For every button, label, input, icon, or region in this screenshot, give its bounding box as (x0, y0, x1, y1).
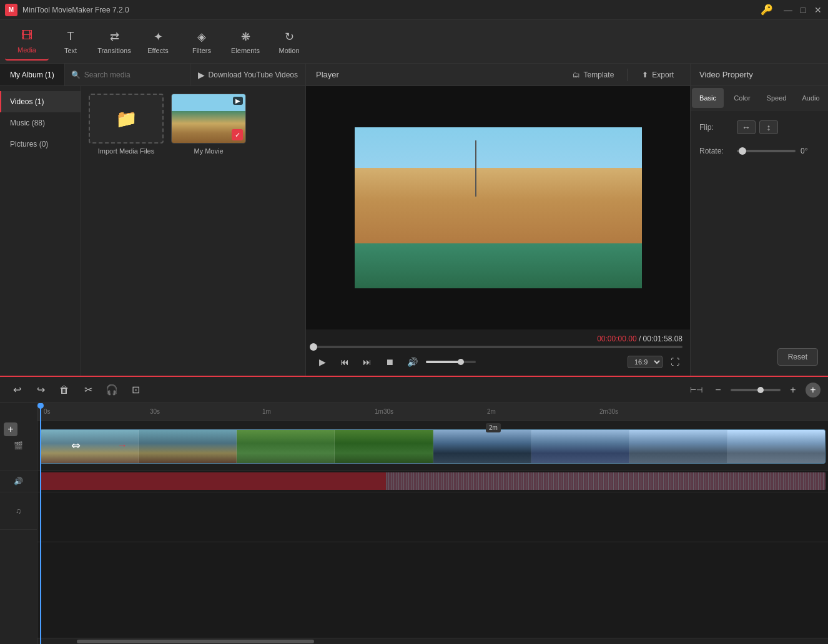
close-button[interactable]: ✕ (813, 5, 823, 15)
stop-button[interactable]: ⏹ (381, 353, 398, 371)
timeline-toolbar: ↩ ↪ 🗑 ✂ 🎧 ⊡ ⊢⊣ − + + (0, 377, 828, 403)
search-media-input[interactable] (84, 71, 184, 79)
crop-button[interactable]: ⊡ (126, 381, 145, 399)
tab-audio[interactable]: Audio (795, 88, 827, 108)
toolbar-filters[interactable]: ◈ Filters (180, 23, 224, 61)
redo-button[interactable]: ↪ (31, 381, 50, 399)
zoom-slider[interactable] (731, 389, 781, 391)
delete-button[interactable]: 🗑 (55, 381, 74, 399)
split-button[interactable]: ⊢⊣ (687, 381, 706, 399)
toolbar-motion[interactable]: ↻ Motion (267, 23, 311, 61)
scrollbar-thumb[interactable] (77, 640, 314, 643)
tab-color[interactable]: Color (726, 88, 758, 108)
audio-waveform (40, 472, 826, 490)
toolbar-transitions[interactable]: ⇄ Transitions (92, 23, 136, 61)
track-labels: + 🎬 🔊 ♫ (0, 403, 37, 644)
progress-bar[interactable] (313, 346, 683, 348)
tab-speed-label: Speed (767, 94, 787, 102)
tab-speed[interactable]: Speed (761, 88, 792, 108)
fullscreen-button[interactable]: ⛶ (668, 354, 683, 369)
video-preview (355, 127, 642, 288)
thumb-8 (727, 430, 825, 463)
reset-wrapper: Reset (777, 348, 818, 366)
media-grid: 📁 Import Media Files ▶ ✓ (81, 86, 305, 376)
progress-handle[interactable] (310, 343, 317, 351)
timeline-scrollbar[interactable] (37, 638, 828, 644)
add-to-timeline-button[interactable]: + (4, 422, 17, 436)
elements-icon: ❋ (238, 29, 253, 44)
search-icon: 🔍 (71, 71, 81, 79)
video-clip[interactable] (40, 429, 826, 464)
category-videos-label: Videos (1) (10, 97, 44, 106)
tab-audio-label: Audio (802, 94, 819, 102)
category-videos[interactable]: Videos (1) (0, 91, 81, 112)
zoom-out-button[interactable]: − (711, 383, 726, 398)
app-layout: M MiniTool MovieMaker Free 7.2.0 🔑 — □ ✕… (0, 0, 828, 644)
maximize-button[interactable]: □ (798, 5, 808, 15)
time-total: 00:01:58.08 (643, 334, 683, 343)
ruler-0: 0s (44, 408, 51, 415)
download-label: Download YouTube Videos (209, 71, 298, 79)
volume-bar[interactable] (426, 361, 476, 363)
toolbar-elements[interactable]: ❋ Elements (224, 23, 267, 61)
music-track-label: ♫ (0, 492, 37, 530)
toolbar-text-label: Text (64, 47, 77, 54)
library-header: My Album (1) 🔍 ▶ Download YouTube Videos (0, 64, 305, 86)
toolbar-effects[interactable]: ✦ Effects (136, 23, 180, 61)
audio-detach-button[interactable]: 🎧 (102, 381, 121, 399)
my-album-tab[interactable]: My Album (1) (0, 64, 65, 85)
add-track-button[interactable]: + (806, 383, 821, 398)
left-panel: My Album (1) 🔍 ▶ Download YouTube Videos… (0, 64, 306, 376)
rotate-value: 0° (801, 147, 819, 155)
title-text: MiniTool MovieMaker Free 7.2.0 (22, 6, 756, 14)
aspect-ratio-select[interactable]: 16:9 4:3 1:1 (628, 356, 663, 368)
video-area: › (306, 86, 690, 329)
middle-section: My Album (1) 🔍 ▶ Download YouTube Videos… (0, 64, 828, 376)
next-frame-button[interactable]: ⏭ (358, 353, 376, 371)
template-button[interactable]: 🗂 Template (566, 68, 621, 82)
category-music[interactable]: Music (88) (0, 112, 81, 134)
export-button[interactable]: ⬆ Export (636, 68, 680, 82)
right-panel: Video Property Basic Color Speed Audio (691, 64, 828, 376)
music-track (37, 492, 828, 542)
cut-button[interactable]: ✂ (79, 381, 97, 399)
toolbar-motion-label: Motion (278, 47, 299, 54)
video-track-icon: 🎬 (14, 441, 23, 450)
reset-area: Reset (691, 338, 828, 376)
video-badge: ▶ (233, 97, 243, 105)
zoom-in-button[interactable]: + (786, 383, 801, 398)
flip-horizontal-button[interactable]: ↔ (737, 120, 756, 134)
flip-label: Flip: (699, 123, 731, 132)
minimize-button[interactable]: — (783, 5, 793, 15)
playhead-head (37, 403, 44, 409)
effects-icon: ✦ (150, 29, 165, 44)
playhead[interactable] (40, 403, 41, 644)
reset-button[interactable]: Reset (777, 348, 818, 366)
video-badge-icon: ▶ (235, 97, 240, 104)
rotate-row: Rotate: 0° (699, 147, 819, 155)
flip-vertical-button[interactable]: ↕ (759, 120, 778, 134)
category-pictures[interactable]: Pictures (0) (0, 134, 81, 155)
property-tabs: Basic Color Speed Audio (691, 86, 828, 110)
tab-basic[interactable]: Basic (692, 88, 724, 108)
toolbar: 🎞 Media T Text ⇄ Transitions ✦ Effects ◈… (0, 20, 828, 64)
rotate-slider[interactable] (737, 150, 796, 152)
import-media-item[interactable]: 📁 Import Media Files (89, 94, 164, 155)
ruler-1m: 1m (262, 408, 271, 415)
prev-frame-button[interactable]: ⏮ (336, 353, 353, 371)
zoom-handle[interactable] (757, 387, 764, 393)
import-thumb: 📁 (89, 94, 164, 144)
toolbar-media[interactable]: 🎞 Media (5, 23, 49, 61)
play-button[interactable]: ▶ (313, 353, 331, 371)
property-title: Video Property (699, 70, 753, 79)
volume-handle[interactable] (458, 359, 464, 365)
thumb-6 (531, 430, 629, 463)
volume-button[interactable]: 🔊 (403, 353, 421, 371)
my-movie-item[interactable]: ▶ ✓ My Movie (171, 94, 246, 155)
toolbar-text[interactable]: T Text (49, 23, 92, 61)
key-icon: 🔑 (761, 4, 773, 16)
rotate-handle[interactable] (739, 147, 746, 155)
ruler-2m: 2m (487, 408, 496, 415)
download-youtube-btn[interactable]: ▶ Download YouTube Videos (190, 64, 305, 85)
undo-button[interactable]: ↩ (7, 381, 26, 399)
